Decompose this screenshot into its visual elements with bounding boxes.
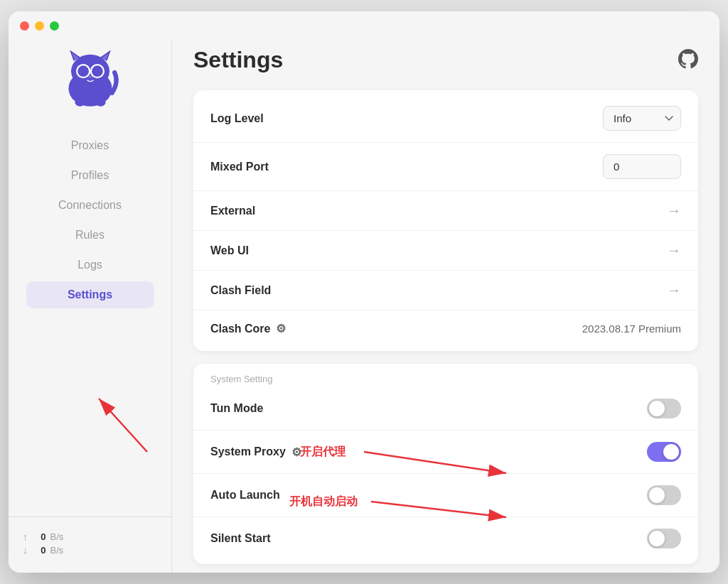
- system-proxy-gear-icon[interactable]: ⚙: [291, 445, 301, 459]
- mixed-port-row: Mixed Port: [193, 143, 698, 191]
- web-ui-arrow-icon: →: [667, 242, 681, 259]
- clash-field-arrow-icon: →: [667, 282, 681, 298]
- system-proxy-toggle[interactable]: [647, 442, 681, 462]
- auto-launch-row: Auto Launch: [193, 474, 698, 517]
- silent-start-row: Silent Start: [193, 517, 698, 560]
- sidebar-item-rules[interactable]: Rules: [26, 222, 154, 249]
- download-speed-row: ↓ 0 B/s: [23, 545, 157, 556]
- upload-arrow-icon: ↑: [23, 531, 28, 542]
- tun-mode-label: Tun Mode: [210, 402, 263, 415]
- clash-core-gear-icon[interactable]: ⚙: [276, 322, 286, 335]
- logo-area: [58, 47, 122, 111]
- upload-speed-value: 0: [32, 531, 46, 542]
- download-speed-unit: B/s: [50, 545, 64, 556]
- svg-point-9: [88, 76, 92, 79]
- system-proxy-label: System Proxy ⚙: [210, 445, 301, 459]
- svg-point-10: [75, 99, 85, 107]
- github-icon: [678, 49, 698, 69]
- sidebar-item-settings[interactable]: Settings: [26, 281, 154, 308]
- upload-speed-unit: B/s: [50, 531, 64, 542]
- auto-launch-label: Auto Launch: [210, 489, 280, 502]
- general-settings-card: Log Level Debug Info Warning Error Silen…: [193, 90, 698, 351]
- external-row[interactable]: External →: [193, 191, 698, 231]
- clash-core-row: Clash Core ⚙ 2023.08.17 Premium: [193, 310, 698, 347]
- web-ui-label: Web UI: [210, 244, 249, 257]
- sidebar-bottom: ↑ 0 B/s ↓ 0 B/s: [9, 517, 171, 573]
- download-arrow-icon: ↓: [23, 545, 28, 556]
- github-button[interactable]: [678, 49, 698, 72]
- auto-launch-toggle[interactable]: [647, 485, 681, 505]
- close-button[interactable]: [20, 21, 29, 31]
- external-label: External: [210, 205, 255, 217]
- mixed-port-label: Mixed Port: [210, 161, 269, 173]
- log-level-dropdown[interactable]: Debug Info Warning Error Silent: [603, 106, 681, 131]
- clash-field-label: Clash Field: [210, 284, 271, 297]
- tun-mode-row: Tun Mode: [193, 387, 698, 431]
- upload-speed-row: ↑ 0 B/s: [23, 531, 157, 542]
- sidebar-item-connections[interactable]: Connections: [26, 192, 154, 219]
- download-speed-value: 0: [32, 545, 46, 556]
- nav-items: Proxies Profiles Connections Rules Logs …: [9, 132, 171, 308]
- system-setting-section-label: System Setting: [193, 368, 698, 387]
- system-proxy-row: System Proxy ⚙: [193, 431, 698, 474]
- log-level-label: Log Level: [210, 112, 264, 125]
- minimize-button[interactable]: [35, 21, 44, 31]
- log-level-row: Log Level Debug Info Warning Error Silen…: [193, 94, 698, 143]
- sidebar-item-profiles[interactable]: Profiles: [26, 162, 154, 189]
- clash-field-row[interactable]: Clash Field →: [193, 271, 698, 310]
- title-bar: [9, 11, 719, 40]
- system-settings-card: System Setting Tun Mode System Proxy ⚙ A…: [193, 364, 698, 564]
- app-logo: [58, 47, 122, 111]
- sidebar: Proxies Profiles Connections Rules Logs …: [9, 11, 172, 573]
- clash-core-label: Clash Core ⚙: [210, 322, 286, 335]
- tun-mode-toggle[interactable]: [647, 399, 681, 418]
- main-content: Settings Log Level Debug Info Warning Er…: [172, 11, 719, 573]
- main-header: Settings: [193, 47, 698, 73]
- sidebar-item-logs[interactable]: Logs: [26, 252, 154, 279]
- mixed-port-value: [603, 154, 681, 179]
- silent-start-label: Silent Start: [210, 532, 270, 545]
- web-ui-row[interactable]: Web UI →: [193, 231, 698, 271]
- page-title: Settings: [193, 47, 283, 73]
- mixed-port-input[interactable]: [603, 154, 681, 179]
- svg-point-11: [95, 99, 105, 107]
- silent-start-toggle[interactable]: [647, 529, 681, 548]
- maximize-button[interactable]: [50, 21, 59, 31]
- external-arrow-icon: →: [667, 202, 681, 219]
- app-window: Proxies Profiles Connections Rules Logs …: [9, 11, 719, 573]
- log-level-value: Debug Info Warning Error Silent: [603, 106, 681, 131]
- sidebar-item-proxies[interactable]: Proxies: [26, 132, 154, 159]
- clash-core-version: 2023.08.17 Premium: [582, 323, 681, 335]
